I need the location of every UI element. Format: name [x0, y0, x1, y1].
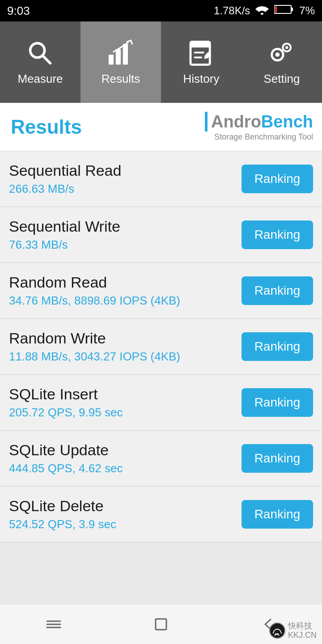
tab-results-label: Results — [102, 72, 140, 86]
menu-icon — [44, 615, 63, 634]
benchmark-value: 76.33 MB/s — [9, 238, 242, 252]
benchmark-info: SQLite Insert 205.72 QPS, 9.95 sec — [9, 386, 242, 419]
svg-rect-6 — [116, 49, 121, 64]
svg-point-15 — [285, 46, 288, 49]
watermark: 快科技 KKJ.CN — [269, 621, 317, 640]
tab-measure-label: Measure — [17, 72, 63, 86]
page-title: Results — [11, 116, 82, 138]
brand-subtitle: Storage Benchmarking Tool — [214, 132, 313, 142]
ranking-button-6[interactable]: Ranking — [242, 500, 313, 529]
status-icons: 1.78K/s 7% — [214, 4, 315, 17]
benchmark-row: Sequential Read 266.63 MB/s Ranking — [0, 151, 322, 207]
benchmark-name: SQLite Update — [9, 441, 242, 459]
brand-logo: AndroBench Storage Benchmarking Tool — [205, 112, 313, 142]
ranking-button-5[interactable]: Ranking — [242, 444, 313, 473]
tab-results[interactable]: Results — [80, 21, 161, 103]
watermark-text: 快科技 KKJ.CN — [288, 621, 317, 640]
benchmark-value: 266.63 MB/s — [9, 182, 242, 196]
svg-rect-9 — [191, 42, 210, 47]
benchmark-value: 205.72 QPS, 9.95 sec — [9, 406, 242, 419]
brand-bar — [205, 112, 208, 131]
battery-indicator — [274, 4, 294, 17]
benchmark-list: Sequential Read 266.63 MB/s Ranking Sequ… — [0, 151, 322, 542]
ranking-button-1[interactable]: Ranking — [242, 220, 313, 249]
network-speed: 1.78K/s — [214, 4, 250, 17]
benchmark-name: Random Read — [9, 274, 242, 291]
benchmark-info: Random Write 11.88 MB/s, 3043.27 IOPS (4… — [9, 330, 242, 364]
ranking-button-4[interactable]: Ranking — [242, 388, 313, 417]
gear-icon — [267, 39, 296, 68]
history-icon — [187, 39, 216, 68]
benchmark-name: SQLite Insert — [9, 386, 242, 403]
benchmark-info: SQLite Delete 524.52 QPS, 3.9 sec — [9, 497, 242, 531]
svg-point-13 — [275, 52, 280, 57]
svg-rect-19 — [156, 619, 166, 630]
svg-rect-7 — [123, 44, 128, 64]
nav-tabs: Measure Results History — [0, 21, 322, 103]
watermark-logo — [269, 623, 285, 639]
benchmark-row: SQLite Delete 524.52 QPS, 3.9 sec Rankin… — [0, 487, 322, 542]
benchmark-info: SQLite Update 444.85 QPS, 4.62 sec — [9, 441, 242, 475]
benchmark-row: SQLite Update 444.85 QPS, 4.62 sec Ranki… — [0, 431, 322, 487]
benchmark-info: Random Read 34.76 MB/s, 8898.69 IOPS (4K… — [9, 274, 242, 308]
brand-name: AndroBench — [211, 112, 313, 131]
benchmark-row: Random Write 11.88 MB/s, 3043.27 IOPS (4… — [0, 319, 322, 375]
benchmark-value: 11.88 MB/s, 3043.27 IOPS (4KB) — [9, 350, 242, 364]
tab-history[interactable]: History — [161, 21, 242, 103]
bottom-nav: 快科技 KKJ.CN — [0, 604, 322, 644]
home-icon — [152, 615, 170, 634]
tab-setting[interactable]: Setting — [242, 21, 322, 103]
svg-rect-5 — [109, 55, 114, 64]
benchmark-name: Sequential Write — [9, 218, 242, 235]
ranking-button-3[interactable]: Ranking — [242, 332, 313, 361]
battery-icon — [274, 4, 294, 15]
search-icon — [26, 39, 55, 68]
ranking-button-2[interactable]: Ranking — [242, 276, 313, 305]
benchmark-value: 524.52 QPS, 3.9 sec — [9, 517, 242, 531]
benchmark-row: Random Read 34.76 MB/s, 8898.69 IOPS (4K… — [0, 263, 322, 319]
brand-andro: Andro — [211, 112, 261, 131]
benchmark-info: Sequential Read 266.63 MB/s — [9, 162, 242, 196]
benchmark-name: SQLite Delete — [9, 497, 242, 515]
status-time: 9:03 — [7, 4, 30, 18]
battery-percent: 7% — [299, 4, 315, 17]
benchmark-name: Sequential Read — [9, 162, 242, 179]
tab-measure[interactable]: Measure — [0, 21, 80, 103]
svg-line-4 — [42, 55, 51, 63]
tab-history-label: History — [183, 72, 220, 86]
benchmark-info: Sequential Write 76.33 MB/s — [9, 218, 242, 252]
svg-rect-1 — [291, 8, 293, 11]
benchmark-row: SQLite Insert 205.72 QPS, 9.95 sec Ranki… — [0, 375, 322, 431]
wifi-icon — [255, 5, 269, 16]
benchmark-row: Sequential Write 76.33 MB/s Ranking — [0, 207, 322, 263]
spacer — [0, 542, 322, 587]
tab-setting-label: Setting — [264, 72, 300, 86]
nav-menu-button[interactable] — [0, 604, 107, 644]
nav-home-button[interactable] — [107, 604, 215, 644]
benchmark-value: 444.85 QPS, 4.62 sec — [9, 462, 242, 475]
results-header: Results AndroBench Storage Benchmarking … — [0, 103, 322, 151]
ranking-button-0[interactable]: Ranking — [242, 165, 313, 193]
status-bar: 9:03 1.78K/s 7% — [0, 0, 322, 21]
svg-rect-2 — [275, 6, 277, 13]
chart-icon — [106, 39, 135, 68]
benchmark-name: Random Write — [9, 330, 242, 347]
brand-bench: Bench — [261, 112, 313, 131]
benchmark-value: 34.76 MB/s, 8898.69 IOPS (4KB) — [9, 294, 242, 308]
